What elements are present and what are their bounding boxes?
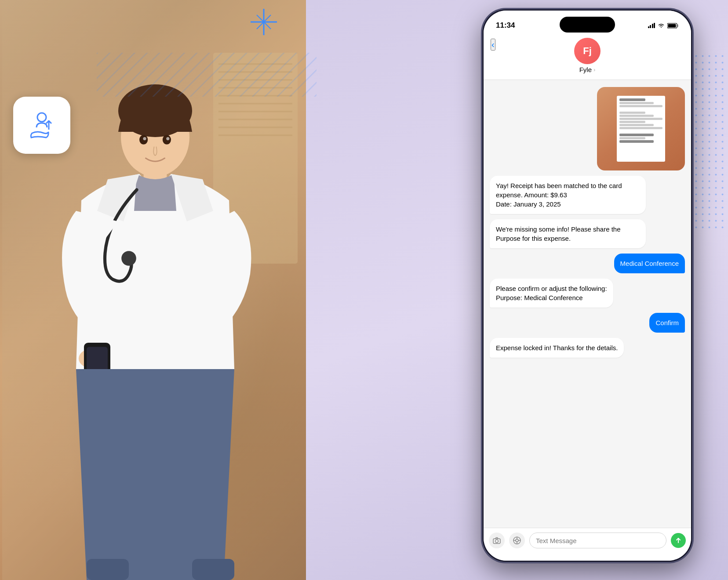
receipt-line-4	[619, 112, 645, 114]
phone-mockup: 11:34	[482, 9, 693, 562]
crosshair-decoration	[251, 9, 277, 37]
send-icon	[675, 537, 681, 544]
dynamic-island	[560, 17, 615, 33]
camera-button[interactable]	[489, 533, 505, 548]
status-icons	[648, 23, 679, 29]
message-missing-info: We're missing some info! Please share th…	[490, 219, 646, 248]
receipt-final-line	[619, 140, 654, 143]
apps-button[interactable]	[509, 533, 525, 548]
message-please-confirm: Please confirm or adjust the following: …	[490, 279, 613, 308]
back-button[interactable]: ‹	[491, 39, 495, 51]
svg-rect-10	[218, 127, 292, 128]
receipt-line-9	[619, 127, 662, 129]
receipt-image	[597, 87, 685, 170]
chevron-right-icon: ›	[593, 66, 595, 73]
svg-point-23	[143, 137, 146, 140]
svg-rect-9	[218, 119, 292, 120]
svg-rect-19	[87, 559, 129, 580]
svg-rect-36	[677, 24, 679, 27]
svg-point-15	[121, 251, 136, 266]
message-input[interactable]	[529, 533, 666, 548]
nav-header: ‹ Fj Fyle ›	[484, 34, 691, 80]
input-bar	[484, 528, 691, 561]
svg-point-24	[166, 137, 169, 140]
diagonal-lines-decoration	[97, 53, 317, 98]
phone-screen: 11:34	[484, 11, 691, 561]
signal-bars-icon	[648, 23, 655, 28]
receipt-paper	[617, 96, 665, 162]
svg-point-41	[516, 539, 518, 542]
camera-icon	[493, 537, 501, 544]
send-button[interactable]	[671, 533, 686, 548]
status-time: 11:34	[496, 21, 515, 30]
message-confirm: Confirm	[649, 313, 685, 333]
receipt-line-7	[619, 121, 645, 123]
contact-name[interactable]: Fyle ›	[579, 66, 596, 73]
svg-rect-20	[192, 559, 234, 580]
receipt-image-bubble	[597, 87, 685, 170]
receipt-total-line	[619, 134, 654, 136]
receipt-line-6	[619, 118, 662, 120]
app-icon	[13, 97, 70, 154]
receipt-line-1	[619, 98, 645, 101]
svg-rect-7	[218, 103, 292, 105]
receipt-line-5	[619, 115, 654, 117]
svg-rect-8	[218, 111, 292, 112]
app-icon-image	[24, 108, 59, 143]
receipt-line-2	[619, 102, 654, 104]
messages-area: Yay! Receipt has been matched to the car…	[484, 80, 691, 528]
contact-avatar: Fj	[574, 38, 601, 64]
svg-point-39	[495, 540, 499, 543]
message-medical-conference: Medical Conference	[614, 254, 685, 273]
message-receipt-matched: Yay! Receipt has been matched to the car…	[490, 176, 646, 214]
apps-icon	[513, 536, 521, 544]
svg-rect-30	[97, 53, 317, 97]
svg-rect-11	[218, 134, 292, 136]
svg-point-33	[37, 113, 46, 122]
message-expense-locked: Expense locked in! Thanks for the detail…	[490, 338, 624, 358]
status-bar: 11:34	[484, 11, 691, 34]
receipt-line-8	[619, 124, 654, 126]
svg-rect-37	[668, 24, 676, 27]
wifi-icon	[658, 23, 665, 28]
battery-icon	[667, 23, 679, 29]
receipt-line-3	[619, 105, 662, 107]
receipt-line-10	[619, 137, 645, 139]
